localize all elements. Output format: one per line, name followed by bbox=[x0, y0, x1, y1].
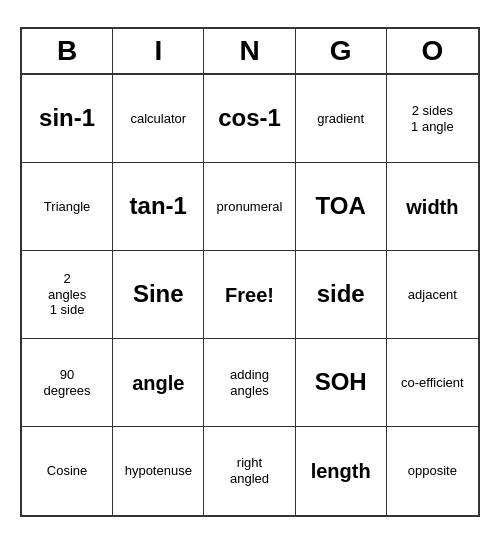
cell-text: Free! bbox=[225, 283, 274, 307]
cell-text: SOH bbox=[315, 368, 367, 397]
bingo-cell: co-efficient bbox=[387, 339, 478, 427]
cell-text: Cosine bbox=[47, 463, 87, 479]
cell-text: co-efficient bbox=[401, 375, 464, 391]
bingo-cell: addingangles bbox=[204, 339, 295, 427]
cell-text: tan-1 bbox=[130, 192, 187, 221]
cell-text: angle bbox=[132, 371, 184, 395]
header-letter: I bbox=[113, 29, 204, 73]
cell-text: 2 sides1 angle bbox=[411, 103, 454, 134]
bingo-cell: Cosine bbox=[22, 427, 113, 515]
bingo-card: BINGO sin-1calculatorcos-1gradient2 side… bbox=[20, 27, 480, 517]
bingo-cell: Free! bbox=[204, 251, 295, 339]
header-letter: B bbox=[22, 29, 113, 73]
bingo-cell: angle bbox=[113, 339, 204, 427]
cell-text: length bbox=[311, 459, 371, 483]
cell-text: calculator bbox=[130, 111, 186, 127]
cell-text: sin-1 bbox=[39, 104, 95, 133]
cell-text: 90degrees bbox=[44, 367, 91, 398]
bingo-cell: side bbox=[296, 251, 387, 339]
header-letter: G bbox=[296, 29, 387, 73]
cell-text: adjacent bbox=[408, 287, 457, 303]
bingo-cell: adjacent bbox=[387, 251, 478, 339]
bingo-cell: tan-1 bbox=[113, 163, 204, 251]
bingo-cell: SOH bbox=[296, 339, 387, 427]
bingo-cell: sin-1 bbox=[22, 75, 113, 163]
cell-text: side bbox=[317, 280, 365, 309]
bingo-cell: rightangled bbox=[204, 427, 295, 515]
bingo-cell: 90degrees bbox=[22, 339, 113, 427]
bingo-cell: 2 sides1 angle bbox=[387, 75, 478, 163]
bingo-grid: sin-1calculatorcos-1gradient2 sides1 ang… bbox=[22, 75, 478, 515]
bingo-cell: hypotenuse bbox=[113, 427, 204, 515]
cell-text: addingangles bbox=[230, 367, 269, 398]
bingo-cell: cos-1 bbox=[204, 75, 295, 163]
cell-text: opposite bbox=[408, 463, 457, 479]
cell-text: TOA bbox=[316, 192, 366, 221]
cell-text: 2angles1 side bbox=[48, 271, 86, 318]
bingo-cell: pronumeral bbox=[204, 163, 295, 251]
cell-text: cos-1 bbox=[218, 104, 281, 133]
cell-text: gradient bbox=[317, 111, 364, 127]
bingo-cell: length bbox=[296, 427, 387, 515]
bingo-cell: width bbox=[387, 163, 478, 251]
bingo-cell: gradient bbox=[296, 75, 387, 163]
cell-text: pronumeral bbox=[217, 199, 283, 215]
bingo-cell: Triangle bbox=[22, 163, 113, 251]
bingo-cell: Sine bbox=[113, 251, 204, 339]
bingo-cell: calculator bbox=[113, 75, 204, 163]
cell-text: hypotenuse bbox=[125, 463, 192, 479]
cell-text: width bbox=[406, 195, 458, 219]
cell-text: Triangle bbox=[44, 199, 90, 215]
cell-text: rightangled bbox=[230, 455, 269, 486]
bingo-cell: 2angles1 side bbox=[22, 251, 113, 339]
bingo-cell: opposite bbox=[387, 427, 478, 515]
bingo-header: BINGO bbox=[22, 29, 478, 75]
bingo-cell: TOA bbox=[296, 163, 387, 251]
header-letter: O bbox=[387, 29, 478, 73]
header-letter: N bbox=[204, 29, 295, 73]
cell-text: Sine bbox=[133, 280, 184, 309]
